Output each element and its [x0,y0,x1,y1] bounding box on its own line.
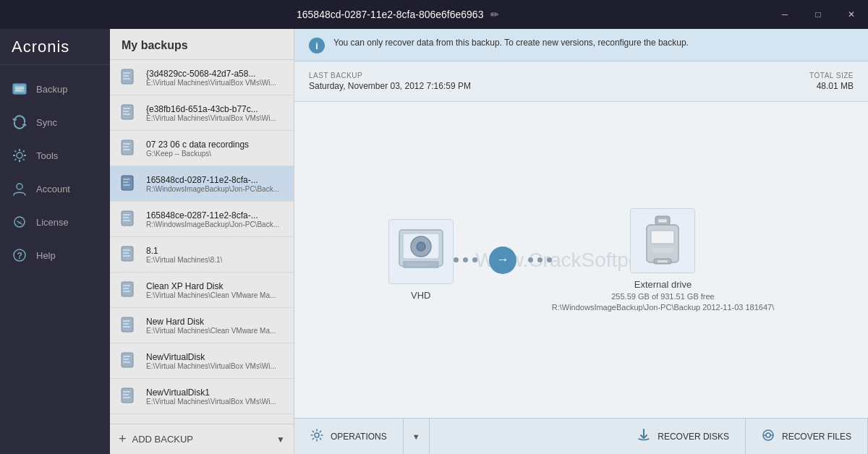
backup-item-name-6: Clean XP Hard Disk [146,281,276,291]
operations-gear-icon [310,429,323,445]
close-button[interactable]: ✕ [835,0,868,29]
backup-item-3[interactable]: 165848cd-0287-11e2-8cfa-... R:\WindowsIm… [110,166,294,202]
backup-item-name-4: 165848ce-0287-11e2-8cfa-... [146,210,279,220]
logo-text: Acronis [12,38,69,56]
ext-drive-label: External drive [634,279,692,290]
svg-rect-38 [123,220,130,221]
vhd-icon [388,219,454,284]
sidebar-item-account[interactable]: Account [0,172,110,205]
ext-drive-path: R:\WindowsImageBackup\Jon-PC\Backup 2012… [552,303,775,312]
svg-rect-40 [123,249,130,251]
svg-line-9 [14,150,16,152]
dots-left [454,257,477,262]
svg-rect-28 [123,143,130,145]
svg-rect-53 [123,359,129,360]
backup-item-name-8: NewVirtualDisk [146,352,276,362]
backup-item-1[interactable]: {e38fb16d-651a-43cb-b77c... E:\Virtual M… [110,95,294,131]
backup-file-icon-1 [119,103,139,123]
dot-1 [454,257,459,262]
help-icon: ? [12,247,27,263]
svg-line-11 [23,150,25,152]
backup-file-icon-4 [119,209,139,229]
backup-item-path-8: E:\Virtual Machines\VirtualBox VMs\Wi... [146,362,276,370]
sidebar-item-sync[interactable]: Sync [0,106,110,139]
svg-rect-69 [651,231,674,244]
svg-rect-37 [123,217,129,218]
sidebar-item-help[interactable]: ? Help [0,239,110,272]
sidebar-item-tools[interactable]: Tools [0,139,110,172]
svg-rect-20 [123,72,130,74]
svg-rect-56 [123,391,130,393]
svg-rect-26 [123,113,130,115]
backup-item-name-7: New Hard Disk [146,317,276,327]
sidebar-nav: Backup Sync [0,65,110,454]
dot-5 [537,257,542,262]
backup-item-8[interactable]: NewVirtualDisk E:\Virtual Machines\Virtu… [110,343,294,379]
external-drive-icon [630,208,695,273]
backup-list-header: My backups [110,29,294,60]
svg-rect-70 [652,248,673,252]
svg-line-12 [14,159,16,160]
svg-point-73 [315,433,319,437]
total-size-meta: TOTAL SIZE 48.01 MB [809,72,854,91]
backup-item-2[interactable]: 07 23 06 c data recordings G:\Keep -- Ba… [110,131,294,166]
backup-item-path-1: E:\Virtual Machines\VirtualBox VMs\Wi... [146,114,276,122]
svg-rect-50 [123,326,130,327]
svg-rect-32 [123,179,130,180]
add-backup-button[interactable]: + ADD BACKUP [119,432,193,447]
svg-rect-33 [123,181,129,183]
backup-item-name-9: NewVirtualDisk1 [146,387,276,398]
external-drive-dest: External drive 255.59 GB of 931.51 GB fr… [552,208,775,312]
edit-title-icon[interactable]: ✏ [490,9,499,20]
operations-button[interactable]: OPERATIONS [294,419,404,454]
toolbar-spacer [430,419,622,454]
recover-disks-button[interactable]: RECOVER DISKS [621,419,746,454]
svg-rect-29 [123,146,129,147]
backup-item-5[interactable]: 8.1 E:\Virtual Machines\8.1\ [110,237,294,273]
backup-item-4[interactable]: 165848ce-0287-11e2-8cfa-... R:\WindowsIm… [110,202,294,237]
backup-file-icon-7 [119,315,139,335]
backup-item-6[interactable]: Clean XP Hard Disk E:\Virtual Machines\C… [110,273,294,308]
sidebar-item-license-label: License [36,217,69,228]
sidebar-item-license[interactable]: License [0,205,110,239]
maximize-button[interactable]: □ [801,0,835,29]
total-size-label: TOTAL SIZE [809,72,854,80]
backup-item-7[interactable]: New Hard Disk E:\Virtual Machines\Clean … [110,308,294,343]
backup-item-path-5: E:\Virtual Machines\8.1\ [146,256,222,264]
svg-rect-44 [123,285,130,286]
visual-arrow-row: → [454,247,552,274]
backup-item-9[interactable]: NewVirtualDisk1 E:\Virtual Machines\Virt… [110,379,294,414]
sidebar-item-backup[interactable]: Backup [0,72,110,106]
svg-point-4 [17,153,22,158]
backup-item-name-0: {3d4829cc-5068-42d7-a58... [146,69,276,79]
operations-expand-button[interactable]: ▼ [404,419,430,454]
info-icon: i [309,38,325,53]
sidebar-item-help-label: Help [36,250,56,261]
backup-file-icon [119,67,139,87]
minimize-button[interactable]: ─ [768,0,801,29]
backup-file-icon-2 [119,138,139,158]
add-backup-footer[interactable]: + ADD BACKUP ▼ [110,424,294,454]
recover-files-label: RECOVER FILES [782,432,851,442]
recover-files-button[interactable]: RECOVER FILES [746,419,868,454]
vhd-source: VHD [388,219,454,301]
svg-rect-25 [123,111,129,112]
svg-rect-34 [123,184,130,186]
backup-file-icon-9 [119,386,139,406]
title-bar-controls: ─ □ ✕ [768,0,868,29]
backup-list: {3d4829cc-5068-42d7-a58... E:\Virtual Ma… [110,60,294,424]
bottom-toolbar: OPERATIONS ▼ RECOVER DISKS RE [294,418,868,454]
arrow-icon: → [489,247,516,274]
backup-list-panel: My backups {3d4829cc-5068-42d7-a58... E:… [110,0,294,454]
svg-rect-72 [658,260,668,262]
sidebar-item-backup-label: Backup [36,84,67,95]
backup-item-path-0: E:\Virtual Machines\VirtualBox VMs\Wi... [146,79,276,87]
backup-item-0[interactable]: {3d4829cc-5068-42d7-a58... E:\Virtual Ma… [110,60,294,95]
svg-rect-58 [123,397,130,398]
svg-point-75 [766,433,770,437]
dot-2 [463,257,468,262]
chevron-down-icon[interactable]: ▼ [276,434,285,445]
svg-rect-48 [123,320,130,322]
add-icon: + [119,432,127,447]
svg-rect-30 [123,149,130,150]
